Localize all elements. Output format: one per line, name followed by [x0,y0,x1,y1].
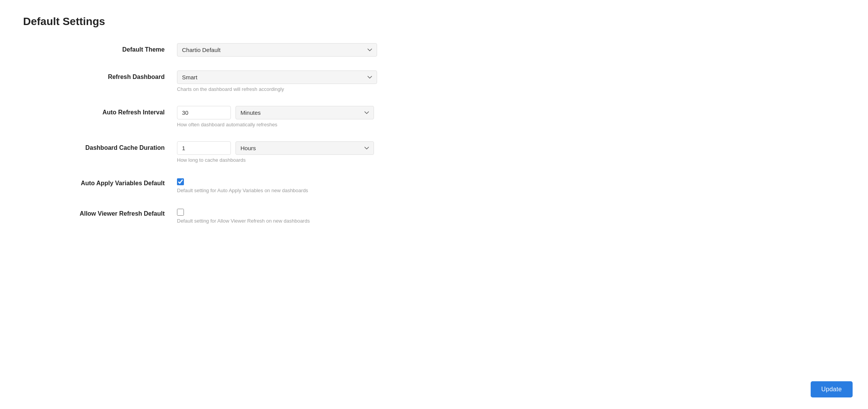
page-title: Default Settings [23,15,845,28]
auto-apply-variables-checkbox[interactable] [177,178,184,185]
auto-refresh-interval-unit[interactable]: Minutes Hours Days [235,106,374,119]
auto-refresh-interval-label: Auto Refresh Interval [54,106,177,116]
dashboard-cache-duration-row: Dashboard Cache Duration Minutes Hours D… [54,141,400,163]
default-theme-select[interactable]: Chartio Default Light Dark [177,43,377,57]
allow-viewer-refresh-checkbox[interactable] [177,209,184,216]
auto-refresh-interval-row: Auto Refresh Interval Minutes Hours Days… [54,106,400,127]
allow-viewer-refresh-row: Allow Viewer Refresh Default Default set… [54,207,400,224]
update-button-container: Update [811,381,853,397]
refresh-dashboard-control: Smart Never Every 5 Minutes Every 15 Min… [177,70,400,92]
default-theme-row: Default Theme Chartio Default Light Dark [54,43,400,57]
refresh-dashboard-row: Refresh Dashboard Smart Never Every 5 Mi… [54,70,400,92]
dashboard-cache-duration-label: Dashboard Cache Duration [54,141,177,151]
auto-apply-variables-row: Auto Apply Variables Default Default set… [54,177,400,193]
update-button[interactable]: Update [811,381,853,397]
dashboard-cache-duration-unit[interactable]: Minutes Hours Days [235,141,374,155]
dashboard-cache-duration-number[interactable] [177,141,231,155]
default-theme-label: Default Theme [54,43,177,53]
dashboard-cache-duration-control: Minutes Hours Days How long to cache das… [177,141,400,163]
auto-apply-variables-control: Default setting for Auto Apply Variables… [177,177,400,193]
auto-refresh-interval-hint: How often dashboard automatically refres… [177,122,400,127]
settings-form: Default Theme Chartio Default Light Dark… [54,43,400,224]
dashboard-cache-duration-hint: How long to cache dashboards [177,157,400,163]
auto-refresh-interval-control: Minutes Hours Days How often dashboard a… [177,106,400,127]
refresh-dashboard-label: Refresh Dashboard [54,70,177,80]
refresh-dashboard-select[interactable]: Smart Never Every 5 Minutes Every 15 Min… [177,70,377,84]
allow-viewer-refresh-control: Default setting for Allow Viewer Refresh… [177,207,400,224]
refresh-dashboard-hint: Charts on the dashboard will refresh acc… [177,86,400,92]
allow-viewer-refresh-hint: Default setting for Allow Viewer Refresh… [177,218,310,224]
auto-refresh-interval-number[interactable] [177,106,231,119]
allow-viewer-refresh-label: Allow Viewer Refresh Default [54,207,177,217]
auto-apply-variables-hint: Default setting for Auto Apply Variables… [177,188,308,193]
auto-apply-variables-label: Auto Apply Variables Default [54,177,177,187]
default-theme-control: Chartio Default Light Dark [177,43,400,57]
